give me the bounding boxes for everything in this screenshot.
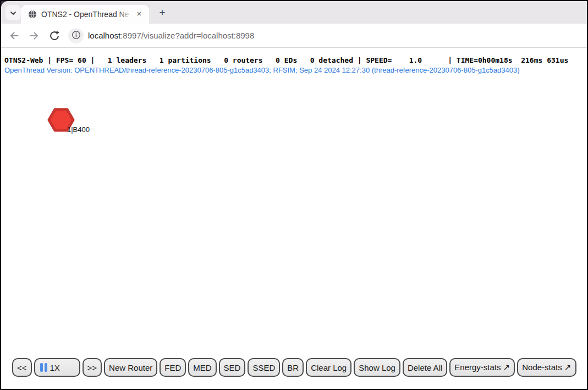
- sed-button[interactable]: SED: [219, 358, 246, 377]
- tab-strip: OTNS2 - OpenThread Ne × +: [1, 1, 587, 24]
- site-favicon-icon: [28, 10, 37, 19]
- speed-down-button[interactable]: <<: [12, 358, 32, 377]
- clear-log-button[interactable]: Clear Log: [306, 358, 351, 377]
- site-info-button[interactable]: [68, 28, 84, 43]
- forward-icon[interactable]: [27, 29, 41, 43]
- show-log-button[interactable]: Show Log: [354, 358, 400, 377]
- back-icon[interactable]: [7, 29, 21, 43]
- address-bar: localhost:8997/visualize?addr=localhost:…: [1, 24, 587, 47]
- tab-close-icon[interactable]: ×: [134, 9, 144, 19]
- url-host: localhost: [88, 31, 120, 40]
- br-button[interactable]: BR: [282, 358, 304, 377]
- tab-search-button[interactable]: [6, 5, 21, 20]
- med-button[interactable]: MED: [188, 358, 216, 377]
- info-icon: [72, 30, 81, 42]
- simulation-status-line: OTNS2-Web | FPS= 60 | 1 leaders 1 partit…: [4, 56, 568, 64]
- browser-tab[interactable]: OTNS2 - OpenThread Ne ×: [21, 5, 149, 24]
- delete-all-button[interactable]: Delete All: [403, 358, 447, 377]
- reload-icon[interactable]: [47, 29, 62, 43]
- ssed-button[interactable]: SSED: [248, 358, 280, 377]
- new-router-button[interactable]: New Router: [104, 358, 157, 377]
- action-toolbar: << 1X >> New Router FED MED SED SSED BR …: [12, 358, 576, 377]
- openthread-version-link[interactable]: OpenThread Version: OPENTHREAD/thread-re…: [4, 66, 520, 74]
- fed-button[interactable]: FED: [160, 358, 186, 377]
- chevron-down-icon: [10, 8, 17, 18]
- node-stats-button[interactable]: Node-stats ↗: [517, 358, 576, 377]
- energy-stats-button[interactable]: Energy-stats ↗: [449, 358, 515, 377]
- tab-title-fade: [118, 7, 131, 21]
- url-path: :8997/visualize?addr=localhost:8998: [120, 31, 254, 40]
- speed-up-button[interactable]: >>: [83, 358, 102, 377]
- browser-window: OTNS2 - OpenThread Ne × +: [0, 0, 588, 390]
- pause-icon: [40, 363, 47, 372]
- node-label: 1|B400: [67, 125, 90, 134]
- url-field[interactable]: localhost:8997/visualize?addr=localhost:…: [88, 24, 254, 47]
- toolbar-divider: [1, 47, 587, 48]
- new-tab-button[interactable]: +: [156, 6, 169, 19]
- speed-label: 1X: [50, 363, 60, 372]
- tab-title: OTNS2 - OpenThread Ne: [41, 10, 130, 19]
- pause-speed-button[interactable]: 1X: [34, 358, 80, 377]
